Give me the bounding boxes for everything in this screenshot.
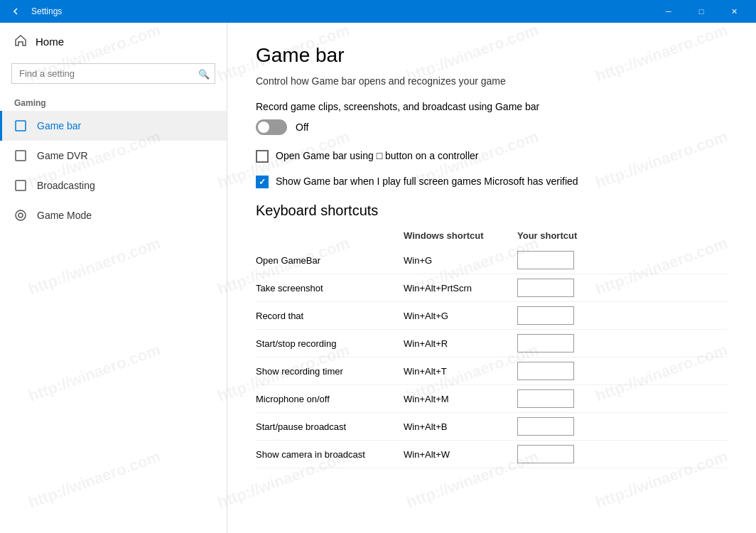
svg-point-3 bbox=[16, 210, 26, 220]
shortcut-action: Show recording timer bbox=[256, 357, 398, 385]
shortcut-custom-input[interactable] bbox=[517, 251, 574, 269]
table-row: Microphone on/off Win+Alt+M bbox=[256, 385, 728, 413]
table-row: Show camera in broadcast Win+Alt+W bbox=[256, 441, 728, 468]
sidebar: Home 🔍 Gaming Game bar Game DVR bbox=[0, 23, 227, 533]
shortcut-windows: Win+Alt+R bbox=[398, 330, 512, 357]
shortcut-custom-cell bbox=[512, 357, 728, 385]
fullscreen-checkbox-label: Show Game bar when I play full screen ga… bbox=[276, 175, 578, 189]
minimize-button[interactable]: ─ bbox=[652, 0, 685, 23]
window-title: Settings bbox=[31, 6, 652, 16]
shortcut-custom-cell bbox=[512, 330, 728, 357]
shortcut-custom-cell bbox=[512, 441, 728, 468]
svg-point-4 bbox=[18, 213, 23, 217]
content-area: Game bar Control how Game bar opens and … bbox=[227, 23, 756, 533]
shortcut-custom-input[interactable] bbox=[517, 279, 574, 297]
controller-checkbox[interactable] bbox=[256, 150, 269, 163]
shortcut-custom-input[interactable] bbox=[517, 445, 574, 463]
shortcut-action: Open GameBar bbox=[256, 247, 398, 274]
back-button[interactable] bbox=[6, 1, 26, 21]
shortcut-action: Start/stop recording bbox=[256, 330, 398, 357]
sidebar-item-game-dvr[interactable]: Game DVR bbox=[0, 141, 227, 171]
title-bar: Settings ─ □ ✕ bbox=[0, 0, 756, 23]
shortcut-windows: Win+Alt+M bbox=[398, 385, 512, 413]
shortcut-custom-input[interactable] bbox=[517, 389, 574, 408]
record-toggle[interactable] bbox=[256, 119, 287, 135]
col-header-windows: Windows shortcut bbox=[398, 227, 512, 247]
shortcut-custom-cell bbox=[512, 302, 728, 330]
shortcut-action: Record that bbox=[256, 302, 398, 330]
table-row: Start/stop recording Win+Alt+R bbox=[256, 330, 728, 357]
table-row: Open GameBar Win+G bbox=[256, 247, 728, 274]
game-bar-icon bbox=[14, 119, 27, 132]
shortcut-custom-cell bbox=[512, 274, 728, 302]
sidebar-item-game-mode[interactable]: Game Mode bbox=[0, 200, 227, 230]
shortcut-action: Start/pause broadcast bbox=[256, 413, 398, 441]
sidebar-item-label-game-mode: Game Mode bbox=[37, 210, 92, 221]
toggle-label: Off bbox=[296, 122, 308, 133]
sidebar-item-game-bar[interactable]: Game bar bbox=[0, 111, 227, 141]
shortcut-custom-cell bbox=[512, 247, 728, 274]
shortcut-custom-input[interactable] bbox=[517, 417, 574, 436]
broadcasting-icon bbox=[14, 179, 27, 192]
sidebar-item-label-game-dvr: Game DVR bbox=[37, 150, 88, 161]
controller-checkbox-label: Open Game bar using □ button on a contro… bbox=[276, 149, 479, 163]
record-label: Record game clips, screenshots, and broa… bbox=[256, 101, 728, 112]
sidebar-item-label-broadcasting: Broadcasting bbox=[37, 180, 95, 191]
shortcuts-table: Windows shortcut Your shortcut Open Game… bbox=[256, 227, 728, 468]
search-icon: 🔍 bbox=[198, 68, 210, 79]
toggle-row: Off bbox=[256, 119, 728, 135]
svg-rect-1 bbox=[16, 151, 26, 161]
shortcut-action: Microphone on/off bbox=[256, 385, 398, 413]
page-subtitle: Control how Game bar opens and recognize… bbox=[256, 75, 728, 87]
sidebar-item-label-game-bar: Game bar bbox=[37, 120, 81, 131]
shortcut-custom-cell bbox=[512, 413, 728, 441]
maximize-button[interactable]: □ bbox=[685, 0, 718, 23]
window-controls: ─ □ ✕ bbox=[652, 0, 750, 23]
table-row: Record that Win+Alt+G bbox=[256, 302, 728, 330]
shortcut-action: Show camera in broadcast bbox=[256, 441, 398, 468]
shortcut-windows: Win+Alt+T bbox=[398, 357, 512, 385]
shortcut-windows: Win+Alt+PrtScrn bbox=[398, 274, 512, 302]
search-input[interactable] bbox=[11, 63, 215, 84]
game-mode-icon bbox=[14, 209, 27, 222]
col-header-action bbox=[256, 227, 398, 247]
fullscreen-checkbox[interactable] bbox=[256, 176, 269, 188]
svg-rect-0 bbox=[16, 121, 26, 131]
main-layout: Home 🔍 Gaming Game bar Game DVR bbox=[0, 23, 756, 533]
game-dvr-icon bbox=[14, 149, 27, 162]
shortcut-windows: Win+Alt+G bbox=[398, 302, 512, 330]
shortcut-custom-input[interactable] bbox=[517, 334, 574, 352]
table-row: Show recording timer Win+Alt+T bbox=[256, 357, 728, 385]
shortcut-action: Take screenshot bbox=[256, 274, 398, 302]
home-icon bbox=[14, 34, 27, 49]
table-row: Start/pause broadcast Win+Alt+B bbox=[256, 413, 728, 441]
svg-rect-2 bbox=[16, 181, 26, 190]
shortcut-custom-cell bbox=[512, 385, 728, 413]
search-container: 🔍 bbox=[11, 63, 215, 84]
page-title: Game bar bbox=[256, 44, 728, 67]
section-label: Gaming bbox=[0, 92, 227, 111]
sidebar-item-broadcasting[interactable]: Broadcasting bbox=[0, 171, 227, 200]
shortcut-custom-input[interactable] bbox=[517, 306, 574, 325]
close-button[interactable]: ✕ bbox=[718, 0, 750, 23]
home-label: Home bbox=[36, 36, 64, 48]
shortcuts-title: Keyboard shortcuts bbox=[256, 203, 728, 219]
shortcut-custom-input[interactable] bbox=[517, 362, 574, 380]
table-row: Take screenshot Win+Alt+PrtScrn bbox=[256, 274, 728, 302]
shortcut-windows: Win+Alt+W bbox=[398, 441, 512, 468]
sidebar-home[interactable]: Home bbox=[0, 23, 227, 60]
shortcut-windows: Win+Alt+B bbox=[398, 413, 512, 441]
shortcut-windows: Win+G bbox=[398, 247, 512, 274]
col-header-custom: Your shortcut bbox=[512, 227, 728, 247]
controller-checkbox-row: Open Game bar using □ button on a contro… bbox=[256, 149, 728, 163]
fullscreen-checkbox-row: Show Game bar when I play full screen ga… bbox=[256, 175, 728, 189]
